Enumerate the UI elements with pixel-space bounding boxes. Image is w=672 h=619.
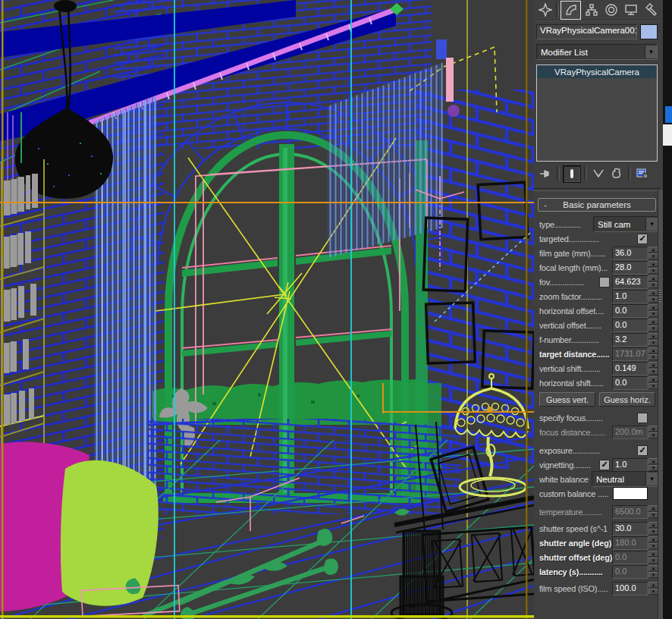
latency-field: 0.0 [612,565,648,579]
rollout-title: Basic parameters [552,200,655,209]
guess-vert-button[interactable]: Guess vert. [539,392,595,407]
param-row-vertical-offset: vertical offset....... 0.0 ▲▼ [534,318,660,332]
vignetting-field[interactable]: 1.0 [612,458,648,472]
modifier-stack-selected[interactable]: VRayPhysicalCamera [537,65,657,78]
param-row-type: type............ Still cam ▼ [534,217,660,231]
param-row-film-gate: film gate (mm)....... 36.0 ▲▼ [534,246,660,260]
viewport-camera-view[interactable] [0,0,534,619]
object-color-swatch[interactable] [640,24,658,39]
tab-motion[interactable] [601,2,620,19]
param-row-film-speed: film speed (ISO)..... 100.0 ▲▼ [534,581,660,595]
param-row-focal-length: focal length (mm)... 28.0 ▲▼ [534,260,660,275]
param-row-shutter-speed: shutter speed (s^-1 30.0 ▲▼ [534,521,660,536]
vertical-offset-field[interactable]: 0.0 [612,319,648,332]
shutter-speed-field[interactable]: 30.0 [612,522,648,536]
command-panel-tabs [534,0,660,20]
modifier-stack-toolbar [537,164,658,184]
param-row-exposure: exposure............. [534,443,660,457]
guess-horiz-button[interactable]: Guess horiz. [599,392,655,407]
chevron-down-icon: ▼ [645,46,657,58]
edge-white-block [663,124,672,146]
param-row-white-balance: white balance Neutral ▼ [534,472,660,486]
type-dropdown[interactable]: Still cam ▼ [593,216,658,232]
zoom-factor-field[interactable]: 1.0 [612,290,648,303]
param-row-fov: fov................ 64.623 ▲▼ [534,275,660,289]
horizontal-shift-field[interactable]: 0.0 [612,376,648,390]
param-row-specify-focus: specify focus........ [534,410,660,425]
tab-separator [556,2,559,17]
command-panel: VRayPhysicalCamera001 Modifier List ▼ VR… [534,0,672,619]
chevron-down-icon: ▼ [645,218,658,231]
shutter-angle-field: 180.0 [612,536,648,550]
rollout-collapse-icon[interactable]: - [539,200,552,209]
fov-field[interactable]: 64.623 [612,275,648,289]
edge-blue-block [665,106,672,123]
exposure-checkbox[interactable] [637,445,648,456]
screen-edge-strip [663,0,672,619]
focus-distance-field: 200.0m [612,426,648,439]
param-row-horizontal-shift: horizontal shift...... 0.0 ▲▼ [534,375,660,390]
horizontal-offset-field[interactable]: 0.0 [612,304,648,318]
chevron-down-icon: ▼ [645,473,658,485]
configure-modifier-sets-icon[interactable] [634,166,651,182]
panel-scrollbar[interactable] [658,190,663,619]
tab-display[interactable] [621,2,640,19]
tab-utilities[interactable] [641,2,660,19]
param-row-shutter-offset: shutter offset (deg) 0.0 ▲▼ [534,550,660,564]
show-end-result-icon[interactable] [563,165,581,183]
modifier-list-label: Modifier List [537,48,645,57]
panel-divider [534,188,660,191]
param-row-target-distance: target distance...... 1731.07 ▲▼ [534,347,660,361]
object-name-field[interactable]: VRayPhysicalCamera001 [536,24,637,39]
param-row-focus-distance: focus distance....... 200.0m ▲▼ [534,425,660,439]
specify-focus-checkbox[interactable] [637,413,648,423]
param-row-vignetting: vignetting........ 1.0 ▲▼ [534,457,660,472]
white-balance-dropdown[interactable]: Neutral ▼ [592,471,658,487]
param-row-shutter-angle: shutter angle (deg). 180.0 ▲▼ [534,536,660,550]
fov-checkbox[interactable] [599,277,610,288]
tab-create[interactable] [535,2,554,19]
temperature-field: 6500.0 [612,505,648,519]
target-distance-field: 1731.07 [612,347,648,361]
vignetting-checkbox[interactable] [599,460,610,470]
remove-modifier-icon[interactable] [608,166,625,182]
param-row-latency: latency (s)........... 0.0 ▲▼ [534,564,660,579]
pillow-lime[interactable] [61,460,159,606]
focal-length-field[interactable]: 28.0 [612,261,648,275]
f-number-field[interactable]: 3.2 [612,333,648,347]
param-row-vertical-shift: vertical shift......... 0.149 ▲▼ [534,361,660,375]
tab-hierarchy[interactable] [582,2,601,19]
film-speed-field[interactable]: 100.0 [612,582,648,595]
modifier-stack[interactable]: VRayPhysicalCamera [536,64,658,162]
param-row-zoom-factor: zoom factor.......... 1.0 ▲▼ [534,289,660,303]
tab-modify[interactable] [561,1,581,20]
param-row-horizontal-offset: horizontal offset.... 0.0 ▲▼ [534,303,660,318]
vertical-shift-field[interactable]: 0.149 [612,362,648,375]
rollout-basic-parameters[interactable]: - Basic parameters [538,198,656,212]
film-gate-field[interactable]: 36.0 [612,247,648,260]
make-unique-icon[interactable] [590,166,607,182]
custom-balance-swatch[interactable] [613,487,648,500]
param-row-custom-balance: custom balance ..... [534,486,660,501]
param-row-f-number: f-number............. 3.2 ▲▼ [534,332,660,347]
param-row-targeted: targeted.............. [534,231,660,246]
param-row-temperature: temperature......... 6500.0 ▲▼ [534,504,660,519]
shutter-offset-field: 0.0 [612,551,648,564]
pin-stack-icon[interactable] [537,166,554,182]
targeted-checkbox[interactable] [637,234,648,244]
modifier-list-dropdown[interactable]: Modifier List ▼ [536,44,658,60]
